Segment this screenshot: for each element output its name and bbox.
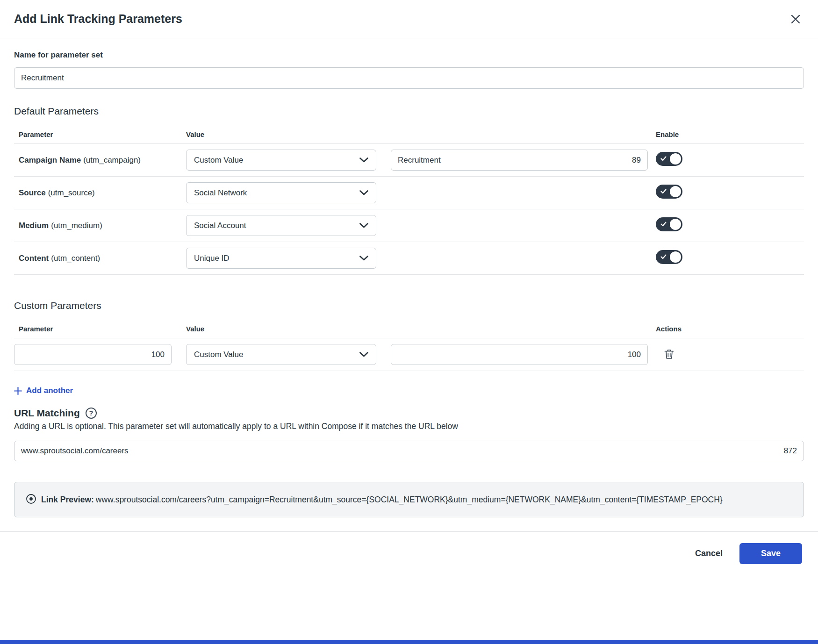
enable-toggle-medium[interactable] (656, 217, 682, 231)
custom-parameter-name-field[interactable]: 100 (14, 344, 172, 365)
table-header: Parameter Value Enable (14, 125, 804, 144)
name-field-label: Name for parameter set (14, 50, 804, 60)
modal-footer: Cancel Save (0, 531, 818, 578)
link-preview-url: www.sproutsocial.com/careers?utm_campaig… (96, 495, 723, 504)
column-header-value: Value (186, 130, 391, 138)
enable-toggle-campaign[interactable] (656, 152, 682, 166)
chevron-down-icon (359, 256, 368, 261)
dropdown-selected-value: Custom Value (194, 156, 244, 165)
default-parameters-heading: Default Parameters (14, 106, 804, 117)
check-icon (660, 254, 667, 259)
table-row-source: Source(utm_source) Social Network (14, 177, 804, 209)
close-button[interactable] (787, 11, 804, 28)
custom-parameter-value-type-select[interactable]: Custom Value (186, 344, 376, 365)
parameter-key: (utm_medium) (51, 221, 102, 230)
link-preview-box: Link Preview:www.sproutsocial.com/career… (14, 482, 804, 518)
column-header-parameter: Parameter (14, 325, 186, 333)
toggle-knob (670, 219, 681, 230)
modal-title: Add Link Tracking Parameters (14, 12, 182, 26)
add-link-tracking-modal: Add Link Tracking Parameters Name for pa… (0, 0, 818, 578)
toggle-knob (670, 251, 681, 263)
campaign-custom-value-input[interactable] (398, 156, 627, 165)
parameter-key: (utm_source) (48, 188, 95, 197)
table-header: Parameter Value Actions (14, 320, 804, 338)
column-header-actions: Actions (652, 325, 804, 333)
link-preview-icon (26, 494, 36, 504)
url-matching-description: Adding a URL is optional. This parameter… (14, 422, 804, 431)
parameter-key: (utm_content) (51, 254, 100, 263)
toggle-knob (670, 153, 681, 165)
dropdown-selected-value: Unique ID (194, 254, 230, 263)
custom-parameters-heading: Custom Parameters (14, 300, 804, 311)
medium-value-type-select[interactable]: Social Account (186, 215, 376, 236)
parameter-name: Medium (19, 221, 49, 230)
enable-toggle-content[interactable] (656, 250, 682, 264)
url-matching-input[interactable] (21, 446, 779, 456)
custom-parameter-value-field[interactable]: 100 (391, 344, 648, 365)
parameter-key: (utm_campaign) (83, 156, 141, 165)
custom-parameter-row: 100 Custom Value 100 (14, 338, 804, 371)
custom-parameters-table: Parameter Value Actions 100 Custom Value (14, 320, 804, 371)
custom-parameter-name-input[interactable] (21, 350, 147, 359)
custom-parameter-value-input[interactable] (398, 350, 623, 359)
url-matching-title: URL Matching (14, 408, 80, 419)
check-icon (660, 189, 667, 194)
campaign-custom-value-field[interactable]: 89 (391, 150, 648, 171)
dropdown-selected-value: Social Network (194, 188, 247, 198)
link-preview-label: Link Preview: (41, 495, 94, 504)
bottom-accent-bar (0, 640, 818, 644)
table-row-campaign-name: Campaign Name(utm_campaign) Custom Value… (14, 144, 804, 177)
char-count: 100 (147, 350, 165, 359)
cancel-button[interactable]: Cancel (695, 549, 723, 558)
char-count: 89 (627, 156, 641, 165)
parameter-name: Campaign Name (19, 156, 81, 165)
chevron-down-icon (359, 157, 368, 163)
check-icon (660, 156, 667, 161)
campaign-value-type-select[interactable]: Custom Value (186, 150, 376, 171)
parameter-set-name-input[interactable] (14, 67, 804, 89)
column-header-parameter: Parameter (14, 130, 186, 138)
url-matching-heading: URL Matching ? (14, 408, 804, 419)
dropdown-selected-value: Custom Value (194, 350, 244, 359)
dropdown-selected-value: Social Account (194, 221, 246, 230)
column-header-value: Value (186, 325, 391, 333)
chevron-down-icon (359, 352, 368, 357)
content-value-type-select[interactable]: Unique ID (186, 248, 376, 269)
close-icon (790, 14, 801, 25)
chevron-down-icon (359, 190, 368, 195)
toggle-knob (670, 186, 681, 197)
help-icon[interactable]: ? (86, 408, 97, 419)
default-parameters-table: Parameter Value Enable Campaign Name(utm… (14, 125, 804, 275)
parameter-name: Content (19, 254, 49, 263)
char-count: 872 (779, 446, 797, 456)
table-row-medium: Medium(utm_medium) Social Account (14, 209, 804, 242)
url-matching-field[interactable]: 872 (14, 441, 804, 461)
delete-row-button[interactable] (662, 347, 676, 362)
add-another-label: Add another (26, 386, 73, 395)
chevron-down-icon (359, 223, 368, 228)
parameter-name: Source (19, 188, 46, 197)
plus-icon (14, 387, 22, 395)
char-count: 100 (623, 350, 641, 359)
enable-toggle-source[interactable] (656, 185, 682, 199)
modal-header: Add Link Tracking Parameters (0, 0, 818, 38)
add-another-button[interactable]: Add another (14, 386, 73, 395)
trash-icon (664, 349, 674, 360)
save-button[interactable]: Save (739, 543, 802, 564)
table-row-content: Content(utm_content) Unique ID (14, 242, 804, 275)
column-header-enable: Enable (652, 130, 804, 138)
source-value-type-select[interactable]: Social Network (186, 182, 376, 203)
check-icon (660, 222, 667, 227)
